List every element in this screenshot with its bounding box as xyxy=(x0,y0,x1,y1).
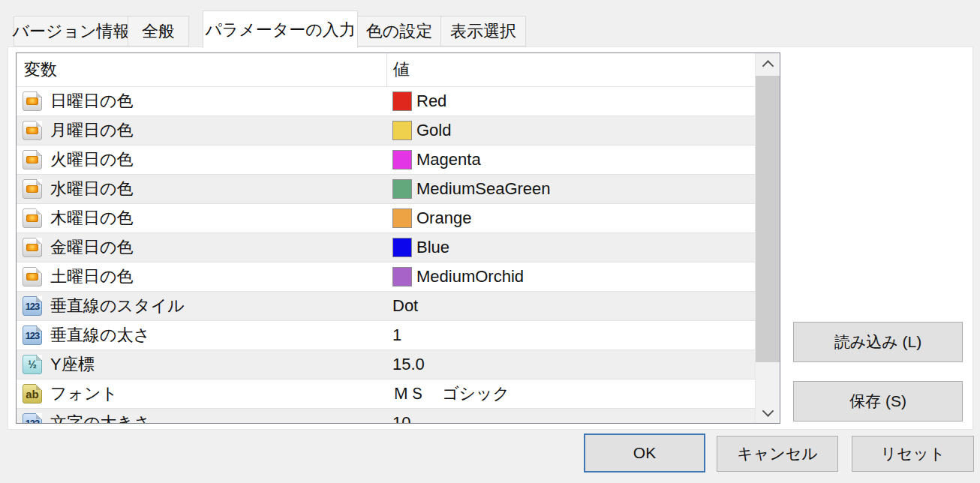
tab-color-settings[interactable]: 色の設定 xyxy=(357,16,441,46)
table-row[interactable]: 123 垂直線のスタイル Dot xyxy=(17,291,780,320)
column-header-value: 値 xyxy=(393,58,410,81)
param-type-glyph xyxy=(26,185,38,193)
tab-version-info[interactable]: バージョン情報 xyxy=(14,16,128,46)
param-value: MediumSeaGreen xyxy=(416,179,551,199)
color-swatch xyxy=(392,267,412,286)
param-value: Red xyxy=(416,92,446,111)
value-cell[interactable]: Dot xyxy=(387,292,780,320)
ok-button[interactable]: OK xyxy=(584,434,705,472)
param-type-glyph xyxy=(26,98,38,105)
table-row[interactable]: 金曜日の色 Blue xyxy=(17,232,780,262)
param-name: 日曜日の色 xyxy=(50,90,134,112)
param-type-glyph: ½ xyxy=(28,358,37,370)
scroll-up-button[interactable] xyxy=(756,53,780,76)
table-row[interactable]: 火曜日の色 Magenta xyxy=(17,145,780,174)
color-param-icon xyxy=(23,208,42,228)
number-param-icon: 123 xyxy=(23,413,42,424)
param-value: Dot xyxy=(392,296,418,316)
number-param-icon: 123 xyxy=(23,296,42,316)
param-type-glyph xyxy=(26,156,38,164)
value-cell[interactable]: 1 xyxy=(387,321,780,350)
param-type-glyph xyxy=(26,273,38,280)
value-cell[interactable]: Magenta xyxy=(387,146,780,174)
variable-cell: 火曜日の色 xyxy=(17,146,387,174)
save-button[interactable]: 保存 (S) xyxy=(793,381,963,422)
param-value: Gold xyxy=(416,121,451,140)
color-param-icon xyxy=(23,150,42,170)
color-swatch xyxy=(392,92,412,111)
param-name: 土曜日の色 xyxy=(50,266,134,288)
value-cell[interactable]: 10 xyxy=(387,409,780,424)
table-row[interactable]: 日曜日の色 Red xyxy=(17,86,780,116)
value-cell[interactable]: MediumSeaGreen xyxy=(387,175,780,203)
column-header-variable: 変数 xyxy=(24,58,57,81)
param-value: 1 xyxy=(392,326,401,345)
table-row[interactable]: 土曜日の色 MediumOrchid xyxy=(17,262,780,291)
table-rows: 日曜日の色 Red 月曜日の色 Gold 火曜日の色 Magenta xyxy=(17,86,780,424)
param-value: ＭＳ ゴシック xyxy=(392,382,510,405)
param-name: 文字の大きさ xyxy=(50,412,151,424)
load-button[interactable]: 読み込み (L) xyxy=(793,322,963,362)
variable-cell: ½ Y座標 xyxy=(17,350,387,379)
param-type-glyph: 123 xyxy=(26,330,40,341)
param-type-glyph xyxy=(26,214,38,222)
variable-cell: 123 文字の大きさ xyxy=(17,409,387,424)
tab-parameters-input[interactable]: パラメーターの入力 xyxy=(203,10,358,48)
indicator-properties-dialog: バージョン情報 全般 パラメーターの入力 色の設定 表示選択 変数 値 日曜日の… xyxy=(0,0,980,483)
variable-cell: 木曜日の色 xyxy=(17,204,387,232)
param-value: Blue xyxy=(416,238,449,257)
color-swatch xyxy=(392,179,412,199)
variable-cell: 日曜日の色 xyxy=(17,87,387,116)
param-value: 10 xyxy=(392,413,410,424)
table-row[interactable]: 水曜日の色 MediumSeaGreen xyxy=(17,174,780,203)
variable-cell: 月曜日の色 xyxy=(17,116,387,145)
tab-general[interactable]: 全般 xyxy=(128,16,189,46)
value-cell[interactable]: Blue xyxy=(387,233,780,262)
table-row[interactable]: ab フォント ＭＳ ゴシック xyxy=(17,379,780,408)
param-type-glyph xyxy=(26,127,38,134)
variable-cell: 123 垂直線のスタイル xyxy=(17,292,387,320)
scrollbar-thumb[interactable] xyxy=(756,76,780,362)
param-name: 木曜日の色 xyxy=(50,207,134,230)
number-param-icon: 123 xyxy=(23,326,42,345)
color-param-icon xyxy=(23,238,42,257)
value-cell[interactable]: Red xyxy=(387,87,780,116)
chevron-down-icon xyxy=(762,405,774,417)
value-cell[interactable]: Orange xyxy=(387,204,780,232)
fraction-param-icon: ½ xyxy=(23,355,42,374)
param-value: Orange xyxy=(416,208,471,228)
table-row[interactable]: 123 垂直線の太さ 1 xyxy=(17,320,780,350)
tab-display-selection[interactable]: 表示選択 xyxy=(440,16,526,46)
reset-button[interactable]: リセット xyxy=(852,436,974,472)
color-param-icon xyxy=(23,267,42,286)
value-cell[interactable]: 15.0 xyxy=(387,350,780,379)
color-swatch xyxy=(392,150,412,170)
value-cell[interactable]: Gold xyxy=(387,116,780,145)
variable-cell: 123 垂直線の太さ xyxy=(17,321,387,350)
value-cell[interactable]: ＭＳ ゴシック xyxy=(387,380,780,408)
param-type-glyph: 123 xyxy=(26,418,40,424)
color-param-icon xyxy=(23,121,42,140)
value-cell[interactable]: MediumOrchid xyxy=(387,262,780,291)
scroll-down-button[interactable] xyxy=(756,400,780,423)
param-name: 垂直線のスタイル xyxy=(50,295,185,317)
variable-cell: 水曜日の色 xyxy=(17,175,387,203)
param-value: Magenta xyxy=(416,150,481,170)
table-header: 変数 値 xyxy=(17,53,780,86)
param-name: 火曜日の色 xyxy=(50,148,134,171)
param-type-glyph: ab xyxy=(26,388,39,400)
table-row[interactable]: ½ Y座標 15.0 xyxy=(17,350,780,379)
param-type-glyph xyxy=(26,244,38,251)
variable-cell: ab フォント xyxy=(17,380,387,408)
table-row[interactable]: 木曜日の色 Orange xyxy=(17,203,780,232)
table-row[interactable]: 月曜日の色 Gold xyxy=(17,116,780,145)
vertical-scrollbar[interactable] xyxy=(755,53,780,423)
variable-cell: 土曜日の色 xyxy=(17,262,387,291)
color-swatch xyxy=(392,238,412,257)
param-name: フォント xyxy=(50,382,118,405)
cancel-button[interactable]: キャンセル xyxy=(717,436,838,472)
param-value: 15.0 xyxy=(392,355,425,374)
color-swatch xyxy=(392,121,412,140)
table-row[interactable]: 123 文字の大きさ 10 xyxy=(17,408,780,424)
param-name: Y座標 xyxy=(50,353,95,376)
